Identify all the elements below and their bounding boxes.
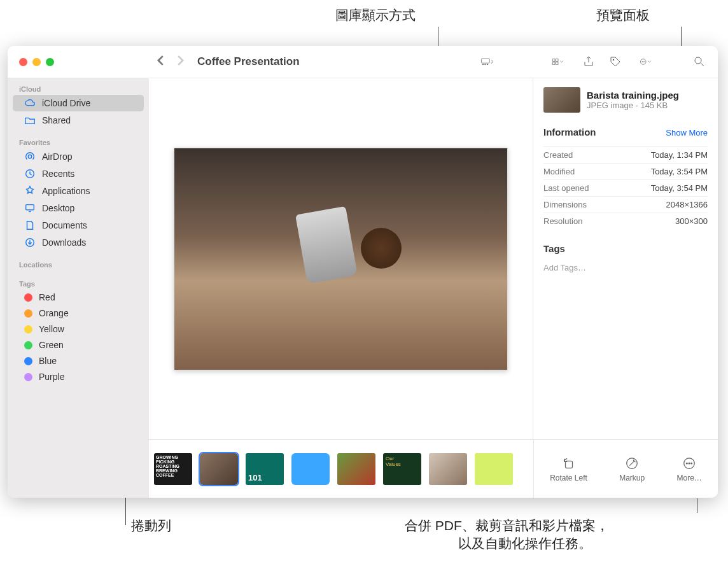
info-section-header: Information Show More xyxy=(543,127,708,137)
info-key: Resolution xyxy=(543,216,582,226)
sidebar-item-label: Purple xyxy=(39,372,64,382)
sidebar-tag-purple[interactable]: Purple xyxy=(13,369,144,384)
sidebar-item-label: Shared xyxy=(42,115,71,125)
svg-point-22 xyxy=(689,463,690,464)
close-button[interactable] xyxy=(19,58,27,66)
sidebar-item-desktop[interactable]: Desktop xyxy=(13,200,144,216)
annotation-gallery: 圖庫顯示方式 xyxy=(335,6,416,24)
selected-file-preview[interactable] xyxy=(174,148,508,370)
add-tags-input[interactable]: Add Tags… xyxy=(543,263,708,272)
sidebar-item-label: Orange xyxy=(39,308,69,318)
svg-rect-4 xyxy=(552,59,555,62)
back-button[interactable] xyxy=(154,53,168,71)
sidebar-item-applications[interactable]: Applications xyxy=(13,183,144,199)
thumbnail-strip[interactable]: GROWING PICKING ROASTING BREWING COFFEE … xyxy=(149,446,533,493)
download-icon xyxy=(24,237,36,248)
view-mode-gallery-button[interactable] xyxy=(472,53,501,70)
sidebar-item-documents[interactable]: Documents xyxy=(13,217,144,234)
thumbnail-item[interactable] xyxy=(337,453,375,485)
tag-dot-icon xyxy=(24,341,32,349)
svg-point-13 xyxy=(695,57,701,64)
rotate-icon xyxy=(561,456,577,471)
info-value: Today, 3:54 PM xyxy=(651,183,708,193)
annotation-line xyxy=(697,498,697,513)
sidebar-item-label: Downloads xyxy=(42,237,86,248)
preview-panel: Barista training.jpeg JPEG image - 145 K… xyxy=(533,78,718,439)
tag-dot-icon xyxy=(24,357,32,365)
sidebar-item-recents[interactable]: Recents xyxy=(13,165,144,182)
svg-point-10 xyxy=(642,61,643,62)
share-button[interactable] xyxy=(578,53,599,70)
group-button[interactable] xyxy=(543,53,573,70)
more-actions-button[interactable] xyxy=(631,53,661,70)
window-body: iCloud iCloud Drive Shared Favorites Air… xyxy=(8,78,718,498)
sidebar-tag-orange[interactable]: Orange xyxy=(13,306,144,321)
main-content: Barista training.jpeg JPEG image - 145 K… xyxy=(149,78,718,498)
info-title: Information xyxy=(543,127,596,137)
show-more-button[interactable]: Show More xyxy=(666,128,708,137)
minimize-button[interactable] xyxy=(32,58,41,66)
sidebar-tag-green[interactable]: Green xyxy=(13,337,144,353)
document-icon xyxy=(24,220,36,231)
info-key: Dimensions xyxy=(543,200,587,209)
sidebar-item-label: AirDrop xyxy=(42,151,72,162)
markup-button[interactable]: Markup xyxy=(619,456,645,482)
thumbnail-item[interactable] xyxy=(475,453,513,485)
sidebar-item-label: iCloud Drive xyxy=(42,98,90,108)
info-rows: CreatedToday, 1:34 PM ModifiedToday, 3:5… xyxy=(543,146,708,229)
svg-point-14 xyxy=(28,155,31,158)
annotation-preview-panel: 預覽面板 xyxy=(596,6,650,24)
more-button[interactable]: More… xyxy=(676,456,701,482)
sidebar-tag-red[interactable]: Red xyxy=(13,290,144,305)
tag-dot-icon xyxy=(24,325,32,334)
tags-button[interactable] xyxy=(605,53,626,70)
annotation-line xyxy=(125,512,126,525)
sidebar-item-airdrop[interactable]: AirDrop xyxy=(13,148,144,165)
sidebar-item-label: Blue xyxy=(39,356,57,366)
search-button[interactable] xyxy=(689,53,710,70)
svg-rect-2 xyxy=(484,64,486,65)
bottom-bar: GROWING PICKING ROASTING BREWING COFFEE … xyxy=(149,439,718,498)
preview-header: Barista training.jpeg JPEG image - 145 K… xyxy=(543,87,708,113)
annotation-line xyxy=(438,27,438,46)
thumbnail-item[interactable]: GROWING PICKING ROASTING BREWING COFFEE xyxy=(154,453,192,485)
thumbnail-item-folder[interactable] xyxy=(291,453,330,485)
sidebar-item-label: Documents xyxy=(42,220,87,230)
thumbnail-item[interactable]: 101 xyxy=(246,453,284,485)
toolbar: Coffee Presentation xyxy=(8,46,718,78)
thumbnail-item-selected[interactable] xyxy=(200,453,238,485)
sidebar-section-favorites: Favorites xyxy=(8,135,149,148)
thumbnail-item[interactable] xyxy=(429,453,467,485)
info-row-created: CreatedToday, 1:34 PM xyxy=(543,146,708,163)
applications-icon xyxy=(24,185,36,197)
svg-rect-3 xyxy=(487,64,488,65)
clock-icon xyxy=(24,168,36,179)
svg-rect-5 xyxy=(552,62,555,65)
rotate-left-button[interactable]: Rotate Left xyxy=(550,456,587,482)
action-label: More… xyxy=(676,474,701,482)
sidebar-tag-yellow[interactable]: Yellow xyxy=(13,321,144,337)
sidebar-item-label: Yellow xyxy=(39,324,64,334)
sidebar-item-label: Recents xyxy=(42,169,74,179)
svg-rect-6 xyxy=(556,59,558,62)
sidebar-item-label: Desktop xyxy=(42,203,74,213)
info-row-modified: ModifiedToday, 3:54 PM xyxy=(543,163,708,179)
sidebar-item-icloud-drive[interactable]: iCloud Drive xyxy=(13,95,144,111)
sidebar-item-label: Green xyxy=(39,340,64,350)
sidebar-item-downloads[interactable]: Downloads xyxy=(13,234,144,251)
info-value: 2048×1366 xyxy=(666,200,708,209)
quick-actions: Rotate Left Markup More… xyxy=(533,440,718,498)
svg-point-8 xyxy=(613,59,615,61)
sidebar-item-shared[interactable]: Shared xyxy=(13,112,144,129)
info-key: Last opened xyxy=(543,183,589,193)
tag-dot-icon xyxy=(24,293,32,302)
sidebar-tag-blue[interactable]: Blue xyxy=(13,353,144,369)
airdrop-icon xyxy=(24,151,36,162)
fullscreen-button[interactable] xyxy=(46,58,54,66)
desktop-icon xyxy=(24,202,36,214)
svg-rect-1 xyxy=(482,64,484,65)
tag-dot-icon xyxy=(24,373,32,381)
info-row-dimensions: Dimensions2048×1366 xyxy=(543,196,708,213)
forward-button[interactable] xyxy=(173,53,187,71)
thumbnail-item[interactable]: Our Values xyxy=(383,453,421,485)
